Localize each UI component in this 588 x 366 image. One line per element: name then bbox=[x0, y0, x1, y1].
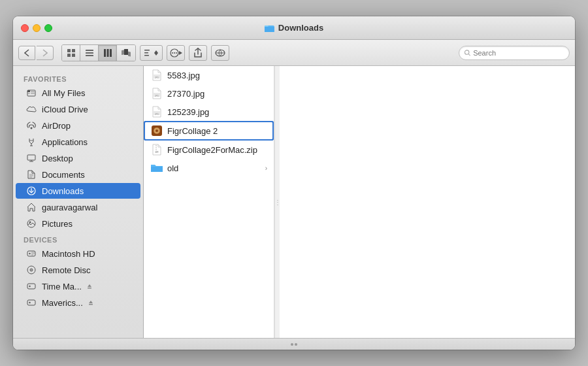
file-item[interactable]: JPG 27370.jpg bbox=[144, 84, 274, 103]
sidebar-item-label: Downloads bbox=[42, 186, 84, 196]
svg-rect-27 bbox=[27, 90, 30, 92]
svg-rect-10 bbox=[106, 49, 108, 57]
jpg-file-icon: JPG bbox=[150, 105, 163, 118]
file-area: JPG 5583.jpg JPG 2737 bbox=[144, 66, 575, 338]
svg-rect-1 bbox=[265, 25, 269, 27]
svg-point-31 bbox=[31, 127, 33, 129]
svg-point-41 bbox=[27, 220, 35, 227]
minimize-button[interactable] bbox=[33, 24, 41, 32]
file-name: FigrCollage 2 bbox=[167, 126, 218, 136]
sidebar: Favorites All My Files bbox=[13, 66, 144, 338]
svg-point-19 bbox=[172, 52, 173, 54]
svg-rect-28 bbox=[31, 92, 35, 92]
jpg-file-icon: JPG bbox=[150, 87, 163, 100]
maximize-button[interactable] bbox=[44, 24, 52, 32]
forward-button[interactable] bbox=[37, 46, 54, 60]
search-input[interactable] bbox=[473, 49, 564, 57]
svg-point-52 bbox=[29, 286, 30, 287]
sidebar-item-label: iCloud Drive bbox=[42, 105, 88, 114]
sidebar-item-label: AirDrop bbox=[42, 121, 71, 131]
back-button[interactable] bbox=[18, 46, 35, 60]
file-item-figrcollage[interactable]: FigrCollage 2 bbox=[144, 121, 274, 141]
sidebar-item-desktop[interactable]: Desktop bbox=[16, 150, 140, 166]
svg-point-42 bbox=[29, 222, 31, 224]
sidebar-item-icloud-drive[interactable]: iCloud Drive bbox=[16, 101, 140, 117]
svg-text:ZIP: ZIP bbox=[155, 151, 159, 154]
sidebar-item-documents[interactable]: Documents bbox=[16, 167, 140, 182]
svg-marker-53 bbox=[88, 284, 91, 287]
sidebar-item-label: Pictures bbox=[42, 219, 73, 229]
resize-handle[interactable]: ⋮ bbox=[274, 66, 280, 338]
zip-file-icon: ZIP bbox=[150, 143, 163, 156]
sidebar-item-downloads[interactable]: Downloads bbox=[16, 183, 140, 199]
folder-arrow: › bbox=[265, 165, 267, 172]
sidebar-item-label: gauravagarwal bbox=[42, 203, 97, 212]
sidebar-item-pictures[interactable]: Pictures bbox=[16, 216, 140, 231]
arrange-button[interactable] bbox=[140, 45, 163, 61]
sidebar-item-applications[interactable]: Applications bbox=[16, 134, 140, 150]
documents-icon bbox=[26, 169, 37, 180]
svg-rect-11 bbox=[110, 49, 112, 57]
sidebar-item-maverics[interactable]: Maverics... bbox=[16, 295, 140, 310]
tag-button[interactable] bbox=[211, 45, 229, 61]
svg-rect-7 bbox=[86, 52, 93, 54]
eject-icon bbox=[87, 283, 92, 290]
svg-point-50 bbox=[31, 269, 32, 271]
sidebar-item-airdrop[interactable]: AirDrop bbox=[16, 118, 140, 133]
file-item[interactable]: JPG 125239.jpg bbox=[144, 103, 274, 121]
main-content: Favorites All My Files bbox=[13, 66, 575, 338]
disc-icon bbox=[26, 265, 37, 275]
svg-rect-30 bbox=[27, 93, 30, 94]
sidebar-item-label: All My Files bbox=[42, 88, 85, 98]
svg-marker-57 bbox=[89, 301, 93, 303]
status-dots bbox=[291, 343, 297, 346]
eject-icon-2 bbox=[88, 299, 93, 306]
svg-text:JPG: JPG bbox=[155, 113, 159, 116]
coverflow-view-button[interactable] bbox=[117, 45, 135, 61]
svg-rect-54 bbox=[88, 288, 91, 289]
jpg-file-icon: JPG bbox=[150, 69, 163, 82]
svg-line-25 bbox=[468, 54, 470, 55]
file-item[interactable]: ZIP FigrCollage2ForMac.zip bbox=[144, 141, 274, 159]
sidebar-item-time-machine[interactable]: Time Ma... bbox=[16, 278, 140, 294]
file-name: 27370.jpg bbox=[167, 89, 204, 99]
sidebar-item-label: Documents bbox=[42, 170, 85, 180]
svg-point-21 bbox=[176, 52, 177, 54]
icon-view-button[interactable] bbox=[62, 45, 80, 61]
sidebar-item-all-my-files[interactable]: All My Files bbox=[16, 85, 140, 101]
all-files-icon bbox=[26, 88, 37, 98]
sidebar-item-label: Maverics... bbox=[42, 298, 83, 308]
airdrop-icon bbox=[26, 120, 37, 131]
svg-text:JPG: JPG bbox=[155, 76, 159, 79]
sidebar-item-home[interactable]: gauravagarwal bbox=[16, 199, 140, 215]
file-item[interactable]: JPG 5583.jpg bbox=[144, 66, 274, 84]
icloud-icon bbox=[26, 104, 37, 114]
timemachine-icon bbox=[26, 281, 37, 291]
svg-rect-15 bbox=[144, 50, 150, 51]
file-name: FigrCollage2ForMac.zip bbox=[167, 145, 257, 155]
action-button[interactable] bbox=[167, 45, 185, 61]
svg-rect-6 bbox=[86, 50, 93, 51]
column-view-button[interactable] bbox=[99, 45, 117, 61]
svg-rect-12 bbox=[124, 49, 128, 55]
file-list-pane: JPG 5583.jpg JPG 2737 bbox=[144, 66, 274, 338]
share-button[interactable] bbox=[189, 45, 207, 61]
close-button[interactable] bbox=[21, 24, 29, 32]
sidebar-item-label: Desktop bbox=[42, 154, 73, 163]
svg-rect-34 bbox=[27, 155, 35, 160]
sidebar-item-macintosh-hd[interactable]: Macintosh HD bbox=[16, 246, 140, 261]
home-icon bbox=[26, 202, 37, 212]
svg-point-44 bbox=[29, 253, 30, 254]
sidebar-item-label: Applications bbox=[42, 137, 88, 147]
svg-rect-9 bbox=[104, 49, 106, 57]
svg-point-24 bbox=[465, 50, 468, 54]
list-view-button[interactable] bbox=[80, 45, 99, 61]
title-folder-icon bbox=[265, 23, 275, 33]
sidebar-item-remote-disc[interactable]: Remote Disc bbox=[16, 262, 140, 278]
favorites-header: Favorites bbox=[13, 71, 143, 84]
file-item-folder[interactable]: old › bbox=[144, 159, 274, 177]
devices-header: Devices bbox=[13, 232, 143, 245]
search-bar[interactable] bbox=[459, 46, 570, 60]
maverics-icon bbox=[26, 297, 37, 308]
file-name: old bbox=[167, 163, 178, 173]
